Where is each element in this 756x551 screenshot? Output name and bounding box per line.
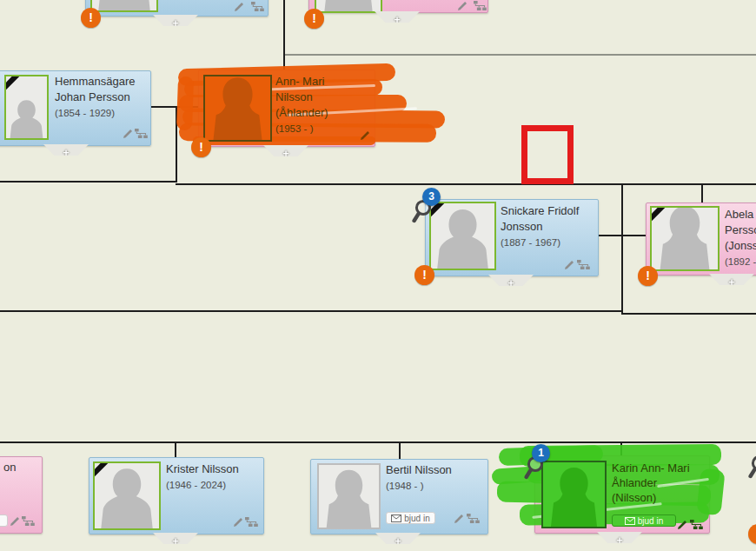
warning-badge[interactable]: ! bbox=[81, 8, 101, 28]
view-tree-icon[interactable] bbox=[251, 2, 264, 11]
person-photo[interactable] bbox=[315, 0, 382, 13]
invite-button-label: bjud in bbox=[638, 515, 663, 527]
match-count-badge[interactable]: 1 bbox=[532, 444, 550, 462]
person-name: Bertil Nilsson (1948 - ) bbox=[386, 462, 452, 494]
edit-pencil-icon[interactable] bbox=[454, 514, 464, 524]
add-relative-tab[interactable]: + bbox=[153, 15, 198, 26]
view-tree-icon[interactable] bbox=[474, 1, 487, 10]
person-photo[interactable] bbox=[90, 0, 158, 12]
warning-badge[interactable]: ! bbox=[304, 9, 324, 29]
edit-pencil-icon[interactable] bbox=[234, 2, 244, 12]
matches-magnifier-icon[interactable] bbox=[746, 453, 756, 489]
connector-line bbox=[701, 184, 703, 203]
person-name: Krister Nilsson (1946 - 2024) bbox=[166, 461, 239, 493]
plus-icon: + bbox=[172, 534, 179, 548]
person-card-karin-ahlander[interactable]: Karin Ann- Mari Åhlander (Nilsson) bjud … bbox=[534, 455, 710, 534]
invite-button[interactable] bbox=[0, 514, 8, 527]
edit-pencil-icon[interactable] bbox=[457, 1, 468, 11]
person-photo[interactable] bbox=[541, 461, 607, 528]
plus-icon: + bbox=[728, 276, 735, 289]
warning-badge[interactable]: ! bbox=[638, 266, 658, 286]
plus-icon: + bbox=[394, 13, 401, 26]
person-card-fridolf-jonsson[interactable]: Snickare Fridolf Jonsson (1887 - 1967) bbox=[425, 199, 599, 276]
plus-icon: + bbox=[282, 147, 289, 160]
orange-marker-scribble bbox=[176, 76, 194, 131]
add-relative-tab[interactable]: + bbox=[488, 275, 534, 286]
person-photo[interactable] bbox=[203, 75, 272, 142]
connector-line bbox=[283, 0, 285, 70]
person-dates: (1948 - ) bbox=[386, 478, 452, 494]
invite-button[interactable]: bjud in bbox=[386, 512, 435, 524]
person-photo[interactable] bbox=[317, 463, 381, 529]
edit-pencil-icon[interactable] bbox=[677, 520, 687, 530]
connector-line bbox=[0, 441, 756, 443]
person-card-bertil-nilsson[interactable]: Bertil Nilsson (1948 - ) bjud in bbox=[310, 459, 488, 534]
connector-line bbox=[175, 442, 176, 458]
add-relative-tab[interactable]: + bbox=[597, 532, 642, 543]
person-name: Karin Ann- Mari Åhlander (Nilsson) bbox=[612, 461, 690, 505]
invite-button[interactable]: bjud in bbox=[612, 514, 676, 527]
person-photo[interactable] bbox=[4, 75, 49, 140]
person-card-partial-top-right[interactable] bbox=[308, 0, 488, 13]
person-dates: (1892 - 1 bbox=[725, 254, 756, 269]
person-name: Ann- Mari Nilsson (Åhlander) (1953 - ) bbox=[275, 74, 328, 136]
person-dates: (1946 - 2024) bbox=[166, 477, 239, 493]
person-dates: (1854 - 1929) bbox=[55, 105, 136, 121]
edit-pencil-icon[interactable] bbox=[10, 516, 20, 527]
person-dates: (1953 - ) bbox=[275, 121, 328, 136]
connector-line bbox=[285, 54, 756, 56]
warning-badge[interactable]: ! bbox=[191, 137, 211, 157]
view-tree-icon[interactable] bbox=[467, 514, 480, 523]
view-tree-icon[interactable] bbox=[22, 516, 35, 526]
add-relative-tab[interactable]: + bbox=[153, 533, 198, 544]
person-name: Snickare Fridolf Jonsson (1887 - 1967) bbox=[501, 203, 579, 250]
warning-badge[interactable]: ! bbox=[748, 524, 756, 544]
connector-line bbox=[0, 310, 622, 312]
plus-icon: + bbox=[507, 276, 514, 289]
add-relative-tab[interactable]: + bbox=[263, 145, 308, 156]
person-name: Abela S Persso (Jonsso (1892 - 1 bbox=[725, 207, 756, 269]
view-tree-icon[interactable] bbox=[577, 260, 590, 269]
edit-pencil-icon[interactable] bbox=[123, 129, 133, 139]
plus-icon: + bbox=[172, 17, 179, 30]
person-card-partial-bottom-left[interactable]: on bbox=[0, 456, 43, 534]
connector-line bbox=[399, 442, 401, 460]
connector-line bbox=[0, 181, 176, 183]
person-name: Hemmansägare Johan Persson (1854 - 1929) bbox=[55, 74, 136, 121]
connector-line bbox=[176, 183, 756, 185]
plus-icon: + bbox=[616, 534, 623, 547]
plus-icon: + bbox=[63, 146, 70, 159]
view-tree-icon[interactable] bbox=[690, 520, 703, 529]
connector-line bbox=[621, 184, 623, 314]
view-tree-icon[interactable] bbox=[245, 517, 258, 527]
warning-badge[interactable]: ! bbox=[414, 265, 434, 285]
edit-pencil-icon[interactable] bbox=[360, 130, 370, 141]
person-card-johan-persson[interactable]: Hemmansägare Johan Persson (1854 - 1929) bbox=[0, 70, 151, 146]
green-marker-scribble bbox=[696, 468, 725, 516]
family-tree-canvas[interactable]: ! + ! + Hemmansägare Johan Persson (1854… bbox=[0, 0, 756, 551]
red-annotation-box bbox=[521, 125, 574, 184]
person-name: on bbox=[3, 460, 16, 475]
person-photo[interactable] bbox=[650, 206, 720, 271]
match-count-badge[interactable]: 3 bbox=[422, 188, 441, 206]
add-relative-tab[interactable]: + bbox=[709, 274, 754, 285]
plus-icon: + bbox=[395, 534, 401, 548]
add-relative-tab[interactable]: + bbox=[375, 11, 420, 23]
add-relative-tab[interactable]: + bbox=[375, 533, 421, 544]
view-tree-icon[interactable] bbox=[135, 129, 148, 138]
connector-line bbox=[621, 313, 756, 315]
invite-button-label: bjud in bbox=[404, 513, 429, 524]
add-relative-tab[interactable]: + bbox=[43, 144, 89, 156]
person-card-krister-nilsson[interactable]: Krister Nilsson (1946 - 2024) bbox=[89, 457, 264, 534]
edit-pencil-icon[interactable] bbox=[233, 517, 243, 528]
person-card-partial-top-left[interactable] bbox=[85, 0, 269, 17]
edit-pencil-icon[interactable] bbox=[564, 260, 574, 270]
person-photo[interactable] bbox=[93, 461, 161, 530]
person-dates: (1887 - 1967) bbox=[501, 235, 579, 250]
person-photo[interactable] bbox=[429, 202, 496, 270]
person-card-abela[interactable]: Abela S Persso (Jonsso (1892 - 1 bbox=[646, 202, 756, 276]
